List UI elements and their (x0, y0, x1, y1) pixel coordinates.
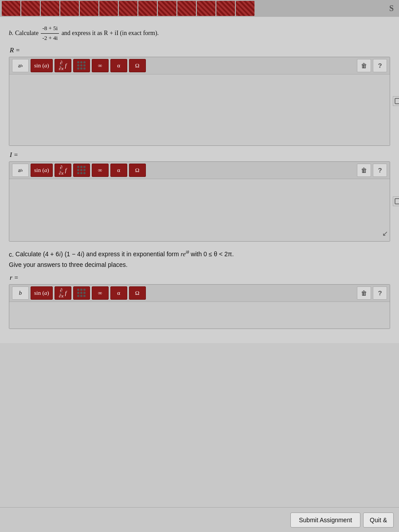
problem-c: c. Calculate (4 + 6i) (1 − 4i) and expre… (9, 249, 390, 329)
c-help-button[interactable]: ? (373, 286, 387, 300)
c-trash-button[interactable]: 🗑 (357, 286, 371, 300)
r-grid-button[interactable] (73, 59, 90, 72)
problem-b-label: b. Calculate -8 + 5i -2 + 4i and express… (9, 24, 390, 43)
i-grid-button[interactable] (73, 164, 90, 177)
c-alpha-button[interactable]: α (110, 286, 127, 300)
deco-tile-2 (21, 1, 40, 16)
i-toolbar: ab sin (a) ∂ ∂x f (9, 162, 390, 179)
deco-tile-9 (158, 1, 176, 16)
problem-c-line2: Give your answers to three decimal place… (9, 261, 128, 268)
deco-tile-13 (236, 1, 254, 16)
problem-b-instruction: Calculate (15, 30, 40, 36)
r-infinity-button[interactable]: ∞ (92, 59, 109, 72)
c-r-input-wrapper: b sin (a) ∂ ∂x f (9, 284, 390, 329)
r-input-container[interactable]: ab sin (a) ∂ ∂x f (9, 57, 390, 146)
i-sin-button[interactable]: sin (a) (31, 164, 53, 177)
i-trash-button[interactable]: 🗑 (357, 164, 371, 177)
i-alpha-button[interactable]: α (110, 164, 127, 177)
deco-tile-10 (177, 1, 196, 16)
c-r-label: r = (10, 274, 390, 282)
i-ab-button[interactable]: ab (12, 164, 29, 177)
problem-b-suffix: and express it as R + iI (in exact form)… (62, 30, 159, 36)
i-input-wrapper: ab sin (a) ∂ ∂x f (9, 161, 390, 242)
c-r-toolbar: b sin (a) ∂ ∂x f (9, 285, 390, 302)
deco-tile-11 (197, 1, 215, 16)
deco-tile-6 (99, 1, 118, 16)
i-omega-button[interactable]: Ω (129, 164, 146, 177)
c-infinity-button[interactable]: ∞ (92, 286, 109, 300)
r-derivative-button[interactable]: ∂ ∂x f (55, 59, 71, 72)
r-trash-button[interactable]: 🗑 (357, 59, 371, 72)
quit-button[interactable]: Quit & (363, 512, 394, 528)
fraction-numerator: -8 + 5i (41, 24, 59, 34)
problem-c-instruction: Calculate (4 + 6i) (1 − 4i) and express … (16, 250, 234, 258)
r-ab-button[interactable]: ab (12, 59, 29, 72)
c-r-input-container[interactable]: b sin (a) ∂ ∂x f (9, 284, 390, 329)
problem-b: b. Calculate -8 + 5i -2 + 4i and express… (9, 24, 390, 242)
fraction-denominator: -2 + 4i (41, 34, 59, 43)
submit-assignment-button[interactable]: Submit Assignment (290, 512, 360, 528)
r-toolbar: ab sin (a) ∂ ∂x f (9, 57, 390, 74)
r-sin-button[interactable]: sin (a) (31, 59, 53, 72)
i-side-btn[interactable] (393, 196, 399, 206)
r-side-btn[interactable] (393, 96, 399, 106)
deco-tile-7 (119, 1, 137, 16)
deco-tile-1 (2, 1, 20, 16)
bottom-bar: Submit Assignment Quit & (0, 507, 399, 532)
c-sin-button[interactable]: sin (a) (31, 286, 53, 300)
c-r-input-area[interactable] (9, 302, 390, 329)
deco-tile-5 (80, 1, 98, 16)
r-help-button[interactable]: ? (373, 59, 387, 72)
problem-c-text: c. Calculate (4 + 6i) (1 − 4i) and expre… (9, 249, 390, 270)
deco-tile-12 (216, 1, 235, 16)
deco-tile-4 (60, 1, 79, 16)
problem-b-letter: b. (9, 30, 14, 36)
i-derivative-button[interactable]: ∂ ∂x f (55, 164, 71, 177)
scroll-arrow[interactable]: ↙ (382, 229, 388, 238)
deco-tile-3 (41, 1, 59, 16)
c-derivative-button[interactable]: ∂ ∂x f (55, 286, 71, 300)
problem-c-letter: c. (9, 250, 16, 258)
i-help-button[interactable]: ? (373, 164, 387, 177)
deco-tile-8 (138, 1, 157, 16)
svg-rect-0 (395, 98, 399, 104)
main-content: b. Calculate -8 + 5i -2 + 4i and express… (0, 17, 399, 343)
problem-b-fraction: -8 + 5i -2 + 4i (41, 24, 59, 43)
r-input-wrapper: ab sin (a) ∂ ∂x f (9, 57, 390, 146)
c-omega-button[interactable]: Ω (129, 286, 146, 300)
i-infinity-button[interactable]: ∞ (92, 164, 109, 177)
r-omega-button[interactable]: Ω (129, 59, 146, 72)
svg-rect-1 (395, 199, 399, 204)
r-alpha-button[interactable]: α (110, 59, 127, 72)
decorative-header: S (0, 0, 399, 17)
i-input-container[interactable]: ab sin (a) ∂ ∂x f (9, 161, 390, 242)
i-input-area[interactable]: ↙ (9, 179, 390, 241)
i-label: I = (10, 151, 390, 159)
r-input-area[interactable] (9, 74, 390, 145)
r-label: R = (10, 47, 390, 54)
c-ab-button[interactable]: b (12, 286, 29, 300)
c-grid-button[interactable] (73, 286, 90, 300)
